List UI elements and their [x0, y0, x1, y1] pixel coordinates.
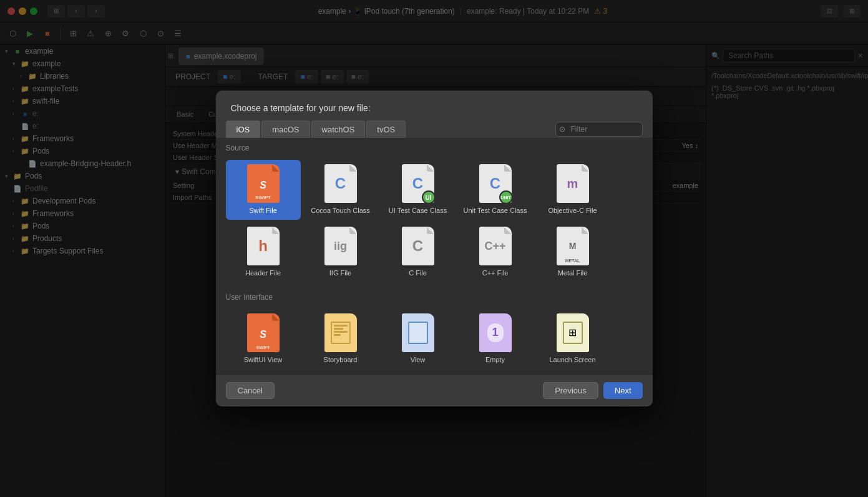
template-name: UI Test Case Class: [389, 206, 447, 215]
platform-tab-ios[interactable]: iOS: [226, 121, 261, 138]
template-name: View: [411, 355, 426, 364]
template-name: IIG File: [329, 268, 351, 277]
template-name: Storyboard: [324, 355, 358, 364]
template-name: Header File: [245, 268, 281, 277]
iig-icon: iig: [322, 227, 359, 265]
template-name: Unit Test Case Class: [464, 206, 527, 215]
modal-content: Source S SWIFT Swift File: [216, 139, 653, 374]
swift-file-icon: S SWIFT: [245, 165, 282, 202]
template-item-header[interactable]: h Header File: [226, 222, 301, 282]
cocoa-icon: C: [322, 165, 359, 202]
template-name: Empty: [485, 355, 505, 364]
unit-test-icon: C UNIT: [477, 165, 514, 202]
ui-section-label: User Interface: [216, 288, 653, 304]
template-name: Launch Screen: [550, 355, 596, 364]
header-file-icon: h: [245, 227, 282, 265]
template-name: C++ File: [482, 268, 509, 277]
template-item-storyboard[interactable]: Storyboard: [303, 309, 378, 369]
ui-grid: S SWIFT SwiftUI View: [216, 304, 653, 374]
template-name: Swift File: [249, 206, 277, 215]
platform-tab-macos[interactable]: macOS: [261, 121, 310, 138]
cpp-icon: C++: [477, 227, 514, 265]
next-button[interactable]: Next: [603, 382, 643, 399]
filter-wrapper: ⊙: [555, 122, 643, 137]
ui-test-icon: C UI: [399, 165, 437, 202]
template-item-cpp[interactable]: C++ C++ File: [458, 222, 533, 282]
template-item-view[interactable]: View: [381, 309, 456, 369]
template-item-launch[interactable]: ⊞ Launch Screen: [535, 309, 610, 369]
launch-icon: ⊞: [554, 314, 592, 352]
template-item-metal[interactable]: M METAL Metal File: [535, 222, 610, 282]
platform-tab-watchos[interactable]: watchOS: [311, 121, 366, 138]
c-file-icon: C: [399, 227, 437, 265]
source-section-label: Source: [216, 139, 653, 155]
modal-overlay: Choose a template for your new file: iOS…: [0, 0, 868, 497]
template-item-swift-file[interactable]: S SWIFT Swift File: [226, 160, 301, 220]
template-name: Cocoa Touch Class: [311, 206, 370, 215]
view-icon: [399, 314, 437, 352]
file-template-modal: Choose a template for your new file: iOS…: [216, 91, 653, 406]
platform-tabs: iOS macOS watchOS tvOS ⊙: [216, 121, 653, 139]
cancel-button[interactable]: Cancel: [226, 382, 275, 399]
filter-icon: ⊙: [559, 125, 565, 134]
template-item-empty[interactable]: 1 Empty: [458, 309, 533, 369]
modal-footer: Cancel Previous Next: [216, 374, 653, 406]
template-name: SwiftUI View: [244, 355, 283, 364]
metal-icon: M METAL: [554, 227, 592, 265]
template-name: Metal File: [558, 268, 588, 277]
template-item-cocoa[interactable]: C Cocoa Touch Class: [303, 160, 378, 220]
template-item-objc[interactable]: m Objective-C File: [535, 160, 610, 220]
template-name: C File: [409, 268, 427, 277]
template-item-unit-test[interactable]: C UNIT Unit Test Case Class: [458, 160, 533, 220]
previous-button[interactable]: Previous: [543, 382, 598, 399]
modal-title: Choose a template for your new file:: [216, 91, 653, 121]
objc-icon: m: [554, 165, 592, 202]
template-name: Objective-C File: [548, 206, 597, 215]
empty-icon: 1: [477, 314, 514, 352]
template-item-iig[interactable]: iig IIG File: [303, 222, 378, 282]
source-grid: S SWIFT Swift File C: [216, 155, 653, 288]
template-item-ui-test[interactable]: C UI UI Test Case Class: [381, 160, 456, 220]
filter-input[interactable]: [555, 122, 643, 137]
storyboard-icon: [322, 314, 359, 352]
swiftui-icon: S SWIFT: [245, 314, 282, 352]
template-item-swiftui[interactable]: S SWIFT SwiftUI View: [226, 309, 301, 369]
platform-tab-tvos[interactable]: tvOS: [366, 121, 406, 138]
template-item-c[interactable]: C C File: [381, 222, 456, 282]
